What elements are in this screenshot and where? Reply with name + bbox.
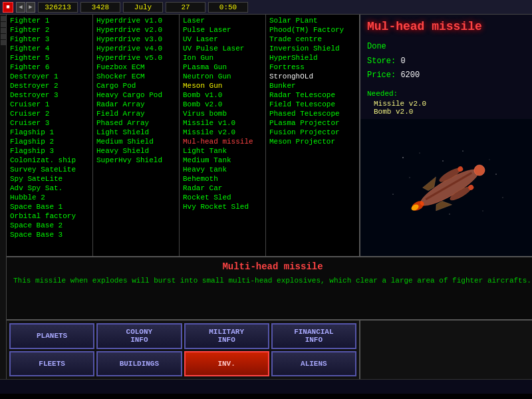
list-item[interactable]: Radar Array <box>94 100 178 109</box>
list-item[interactable]: Cargo Pod <box>94 81 178 90</box>
side-icon-5[interactable] <box>1 40 6 45</box>
list-item[interactable]: Colonizat. ship <box>8 156 91 165</box>
list-item[interactable]: Hyperdrive v5.0 <box>94 53 178 63</box>
list-item[interactable]: Virus bomb <box>181 109 264 118</box>
list-item[interactable]: Shocker ECM <box>94 72 178 81</box>
list-item[interactable]: Bunker <box>267 81 358 90</box>
list-item[interactable]: Destroyer 2 <box>8 81 91 90</box>
list-item[interactable]: Fighter 6 <box>8 63 91 72</box>
svg-point-6 <box>410 177 410 178</box>
list-item[interactable]: Cruiser 3 <box>8 118 91 128</box>
list-item[interactable]: Orbital factory <box>8 211 91 221</box>
list-item[interactable]: Fighter 1 <box>8 16 91 25</box>
list-item[interactable]: Behemoth <box>181 174 264 184</box>
list-item[interactable]: Destroyer 1 <box>8 72 91 81</box>
list-item[interactable]: Hubble 2 <box>8 193 91 202</box>
list-item[interactable]: Meson Projector <box>267 137 358 146</box>
side-icon-4[interactable] <box>1 34 6 39</box>
side-icon-3[interactable] <box>1 28 6 33</box>
list-item[interactable]: Rocket Sled <box>181 193 264 202</box>
list-item[interactable]: Medium Tank <box>181 156 264 165</box>
list-item[interactable]: Trade centre <box>267 35 358 44</box>
list-item[interactable]: Radar Car <box>181 184 264 193</box>
list-item[interactable]: Fighter 2 <box>8 25 91 35</box>
list-item[interactable]: Fighter 5 <box>8 53 91 63</box>
list-item[interactable]: Mul-head missile <box>181 137 264 146</box>
list-item[interactable]: HyperShield <box>267 53 358 63</box>
list-item[interactable]: Radar TeLescope <box>267 90 358 100</box>
list-item[interactable]: Fusion Projector <box>267 128 358 137</box>
list-item[interactable]: Fighter 4 <box>8 44 91 53</box>
list-item[interactable]: PLasma Gun <box>181 63 264 72</box>
list-item[interactable]: Fighter 3 <box>8 35 91 44</box>
side-icon-1[interactable] <box>1 16 6 21</box>
list-item[interactable]: Ion Gun <box>181 53 264 63</box>
nav-button[interactable]: PLANETS <box>9 323 94 349</box>
list-item[interactable]: Meson Gun <box>181 81 264 90</box>
list-item[interactable]: Phood(TM) Factory <box>267 25 358 35</box>
list-item[interactable]: Missile v2.0 <box>181 128 264 137</box>
list-item[interactable]: Cruiser 2 <box>8 109 91 118</box>
list-item[interactable]: Space Base 1 <box>8 202 91 211</box>
nav-button[interactable]: FLEETS <box>9 351 94 377</box>
list-item[interactable]: Neutron Gun <box>181 72 264 81</box>
nav-button[interactable]: BUILDINGS <box>96 351 182 377</box>
list-item[interactable]: UV Laser <box>181 35 264 44</box>
list-item[interactable]: Flagship 3 <box>8 146 91 156</box>
svg-point-4 <box>462 150 463 151</box>
nav-button[interactable]: INV. <box>184 351 269 377</box>
list-item[interactable]: Heavy tank <box>181 165 264 174</box>
side-icon-2[interactable] <box>1 22 6 27</box>
list-item[interactable]: Fuezbox ECM <box>94 63 178 72</box>
list-item[interactable]: Destroyer 3 <box>8 90 91 100</box>
list-item[interactable]: Bomb v2.0 <box>181 100 264 109</box>
nav-button[interactable]: FINANCIAL INFO <box>271 323 356 349</box>
list-item[interactable]: Hyperdrive v3.0 <box>94 35 178 44</box>
list-item[interactable]: Light Shield <box>94 128 178 137</box>
list-item[interactable]: Hyperdrive v4.0 <box>94 44 178 53</box>
list-item[interactable]: Medium Shield <box>94 137 178 146</box>
menu-button[interactable]: ■ <box>3 2 13 13</box>
bottom-button-area: PLANETSCOLONY INFOMILITARY INFOFINANCIAL… <box>7 319 532 379</box>
svg-point-10 <box>449 213 450 214</box>
list-item[interactable]: Flagship 1 <box>8 128 91 137</box>
list-item[interactable]: Field TeLescope <box>267 100 358 109</box>
list-item[interactable]: Phased Array <box>94 118 178 128</box>
nav-button[interactable]: COLONY INFO <box>96 323 182 349</box>
list-item[interactable]: Adv Spy Sat. <box>8 184 91 193</box>
list-item[interactable]: PLasma Projector <box>267 118 358 128</box>
list-item[interactable]: SuperHvy Shield <box>94 156 178 165</box>
list-item[interactable]: Heavy Shield <box>94 146 178 156</box>
list-item[interactable]: Inversion Shield <box>267 44 358 53</box>
list-item[interactable]: Cruiser 1 <box>8 100 91 109</box>
content-area: Fighter 1Fighter 2Fighter 3Fighter 4Figh… <box>7 15 532 379</box>
list-item[interactable]: Fortress <box>267 63 358 72</box>
right-panel: Mul-head missile Done Store: 0 Price: 62… <box>359 15 532 256</box>
nav-button[interactable]: ALIENS <box>271 351 356 377</box>
list-item[interactable]: Solar PLant <box>267 16 358 25</box>
list-item[interactable]: Heavy Cargo Pod <box>94 90 178 100</box>
list-item[interactable]: Laser <box>181 16 264 25</box>
list-item[interactable]: Pulse Laser <box>181 25 264 35</box>
list-item[interactable]: Light Tank <box>181 146 264 156</box>
list-item[interactable]: StronghOLd <box>267 72 358 81</box>
list-item[interactable]: Hyperdrive v1.0 <box>94 16 178 25</box>
svg-point-1 <box>402 157 404 158</box>
nav-button[interactable]: MILITARY INFO <box>184 323 269 349</box>
list-item[interactable]: Phased TeLescope <box>267 109 358 118</box>
list-item[interactable]: Spy SateLite <box>8 174 91 184</box>
list-item[interactable]: Hyperdrive v2.0 <box>94 25 178 35</box>
nav-arrows: ◀ ▶ <box>16 2 35 13</box>
list-item[interactable]: Bomb v1.0 <box>181 90 264 100</box>
prev-arrow[interactable]: ◀ <box>16 2 25 13</box>
list-item[interactable]: Survey SateLite <box>8 165 91 174</box>
list-item[interactable]: Space Base 2 <box>8 221 91 230</box>
needed-item: Missile v2.0 <box>367 100 532 108</box>
next-arrow[interactable]: ▶ <box>26 2 35 13</box>
list-item[interactable]: Space Base 3 <box>8 230 91 239</box>
list-item[interactable]: Hvy Rocket Sled <box>181 202 264 211</box>
list-item[interactable]: UV Pulse Laser <box>181 44 264 53</box>
list-item[interactable]: Flagship 2 <box>8 137 91 146</box>
list-item[interactable]: Field Array <box>94 109 178 118</box>
list-item[interactable]: Missile v1.0 <box>181 118 264 128</box>
